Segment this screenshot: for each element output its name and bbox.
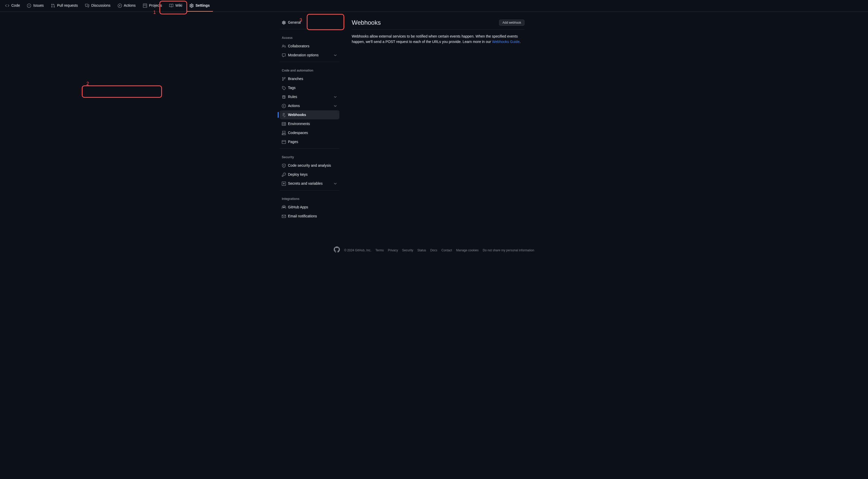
nav-projects-label: Projects: [149, 3, 162, 8]
footer-docs[interactable]: Docs: [430, 248, 437, 252]
annotation-number-2: 2: [86, 80, 89, 87]
nav-code-label: Code: [11, 3, 20, 8]
sidebar-environments-label: Environments: [288, 121, 310, 126]
nav-issues-label: Issues: [33, 3, 43, 8]
chevron-down-icon: [333, 53, 337, 57]
github-logo-icon: [334, 246, 340, 254]
main-content: Webhooks Add webhook Webhooks allow exte…: [346, 18, 531, 221]
nav-projects[interactable]: Projects: [140, 0, 165, 11]
footer-contact[interactable]: Contact: [441, 248, 452, 252]
sidebar-rules[interactable]: Rules: [280, 92, 339, 101]
sidebar-actions-label: Actions: [288, 103, 300, 109]
sidebar-pages[interactable]: Pages: [280, 138, 339, 146]
webhooks-description: Webhooks allow external services to be n…: [352, 34, 525, 44]
sidebar-deploy-keys[interactable]: Deploy keys: [280, 170, 339, 179]
sidebar-secrets[interactable]: Secrets and variables: [280, 179, 339, 188]
sidebar-tags[interactable]: Tags: [280, 83, 339, 92]
footer-security[interactable]: Security: [402, 248, 413, 252]
sidebar-branches[interactable]: Branches: [280, 74, 339, 83]
chevron-down-icon: [333, 182, 337, 186]
nav-actions[interactable]: Actions: [115, 0, 139, 11]
sidebar-email-notifications-label: Email notifications: [288, 213, 317, 219]
divider: [280, 148, 339, 149]
code-icon: [5, 4, 9, 8]
sidebar-webhooks-label: Webhooks: [288, 112, 306, 118]
add-webhook-button[interactable]: Add webhook: [499, 20, 525, 26]
nav-settings[interactable]: Settings: [186, 0, 213, 11]
settings-sidebar: General Access Collaborators Moderation …: [270, 18, 346, 221]
page-title: Webhooks: [352, 18, 381, 27]
sidebar-rules-label: Rules: [288, 94, 297, 99]
nav-discussions[interactable]: Discussions: [82, 0, 114, 11]
sidebar-actions[interactable]: Actions: [280, 101, 339, 110]
sidebar-secrets-label: Secrets and variables: [288, 181, 323, 186]
nav-wiki-label: Wiki: [175, 3, 182, 8]
nav-code[interactable]: Code: [2, 0, 23, 11]
chevron-down-icon: [333, 104, 337, 108]
sidebar-webhooks[interactable]: Webhooks: [280, 110, 339, 119]
tag-icon: [282, 86, 286, 90]
nav-actions-label: Actions: [124, 3, 136, 8]
asterisk-icon: [282, 182, 286, 186]
sidebar-general-label: General: [288, 20, 301, 25]
issues-icon: [27, 4, 31, 8]
nav-pulls[interactable]: Pull requests: [48, 0, 81, 11]
sidebar-environments[interactable]: Environments: [280, 119, 339, 128]
webhook-icon: [282, 113, 286, 117]
sidebar-code-security[interactable]: Code security and analysis: [280, 161, 339, 170]
nav-settings-label: Settings: [196, 3, 210, 8]
footer-links: Terms Privacy Security Status Docs Conta…: [375, 248, 534, 252]
footer-manage-cookies[interactable]: Manage cookies: [456, 248, 478, 252]
sidebar-email-notifications[interactable]: Email notifications: [280, 212, 339, 221]
sidebar-deploy-keys-label: Deploy keys: [288, 172, 308, 177]
shield-icon: [282, 163, 286, 168]
divider: [280, 62, 339, 62]
footer-terms[interactable]: Terms: [375, 248, 384, 252]
main-wrapper: General Access Collaborators Moderation …: [270, 12, 598, 221]
key-icon: [282, 173, 286, 177]
sidebar-tags-label: Tags: [288, 85, 296, 91]
chevron-down-icon: [333, 95, 337, 99]
sidebar-moderation-label: Moderation options: [288, 53, 318, 58]
nav-discussions-label: Discussions: [91, 3, 111, 8]
rules-icon: [282, 95, 286, 99]
sidebar-github-apps-label: GitHub Apps: [288, 205, 308, 210]
footer-do-not-share[interactable]: Do not share my personal information: [483, 248, 534, 252]
people-icon: [282, 44, 286, 48]
nav-wiki[interactable]: Wiki: [166, 0, 185, 11]
page-footer: © 2024 GitHub, Inc. Terms Privacy Securi…: [0, 236, 868, 264]
footer-status[interactable]: Status: [417, 248, 426, 252]
gear-icon: [282, 21, 286, 25]
sidebar-security-title: Security: [280, 151, 339, 161]
sidebar-codespaces[interactable]: Codespaces: [280, 128, 339, 138]
comment-icon: [282, 53, 286, 57]
sidebar-collaborators[interactable]: Collaborators: [280, 42, 339, 51]
sidebar-access-title: Access: [280, 31, 339, 42]
sidebar-codespaces-label: Codespaces: [288, 130, 308, 136]
projects-icon: [143, 4, 147, 8]
annotation-highlight-2: [82, 85, 162, 98]
codespaces-icon: [282, 131, 286, 135]
browser-icon: [282, 140, 286, 144]
sidebar-moderation[interactable]: Moderation options: [280, 51, 339, 60]
actions-icon: [118, 4, 122, 8]
footer-copyright: © 2024 GitHub, Inc.: [344, 248, 371, 252]
sidebar-code-automation-title: Code and automation: [280, 64, 339, 74]
sidebar-integrations-title: Integrations: [280, 192, 339, 203]
branch-icon: [282, 77, 286, 81]
top-navigation: Code Issues Pull requests Discussions Ac…: [0, 0, 868, 12]
hubot-icon: [282, 205, 286, 209]
footer-privacy[interactable]: Privacy: [388, 248, 398, 252]
sidebar-github-apps[interactable]: GitHub Apps: [280, 203, 339, 212]
divider: [280, 190, 339, 190]
webhooks-guide-link[interactable]: Webhooks Guide: [492, 40, 520, 44]
play-icon: [282, 104, 286, 108]
gear-icon: [189, 4, 194, 8]
content-header: Webhooks Add webhook: [352, 18, 525, 30]
sidebar-code-security-label: Code security and analysis: [288, 163, 331, 168]
nav-issues[interactable]: Issues: [24, 0, 46, 11]
sidebar-general[interactable]: General: [280, 18, 339, 27]
wiki-icon: [169, 4, 173, 8]
sidebar-collaborators-label: Collaborators: [288, 43, 309, 49]
discussions-icon: [85, 4, 89, 8]
